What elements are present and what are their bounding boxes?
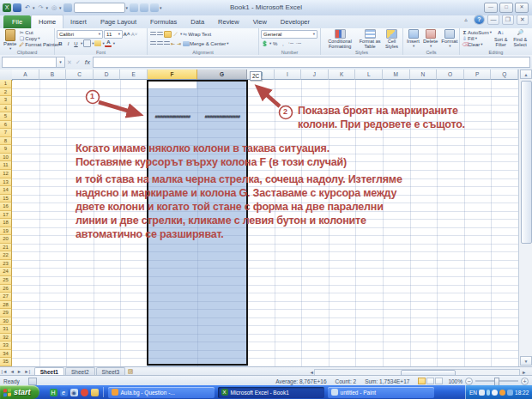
column-header-P[interactable]: P [464, 70, 492, 80]
percent-style-icon[interactable]: % [272, 40, 279, 47]
fill-button[interactable]: ⇩Fill ▾ [462, 35, 492, 41]
row-header-17[interactable]: 17 [0, 211, 12, 220]
column-header-N[interactable]: N [410, 70, 438, 80]
quicklaunch-icon-4[interactable] [81, 389, 88, 396]
doc-minimize-button[interactable]: — [487, 15, 499, 25]
accounting-format-icon[interactable]: 💲 [262, 40, 269, 47]
align-top-icon[interactable] [150, 32, 156, 37]
page-break-view-icon[interactable] [435, 378, 443, 384]
format-cells-button[interactable]: Format▾ [439, 29, 459, 48]
page-layout-view-icon[interactable] [426, 378, 434, 384]
restore-button[interactable]: □ [499, 3, 513, 13]
cell-styles-button[interactable]: Cell Styles [383, 29, 401, 49]
row-header-11[interactable]: 11 [0, 161, 12, 170]
quicklaunch-icon-1[interactable]: H [50, 389, 57, 396]
align-bottom-icon[interactable] [164, 31, 172, 38]
format-painter-button[interactable]: 🖉Format Painter [18, 41, 59, 47]
row-header-19[interactable]: 19 [0, 227, 12, 236]
align-left-icon[interactable] [150, 41, 156, 46]
autosum-button[interactable]: ΣAutoSum ▾ [462, 29, 492, 35]
row-header-16[interactable]: 16 [0, 203, 12, 211]
formula-input[interactable] [93, 57, 530, 68]
find-select-button[interactable]: 🔎 Find & Select [510, 29, 530, 47]
font-color-icon[interactable]: A [105, 39, 112, 47]
row-header-25[interactable]: 25 [0, 276, 12, 285]
tab-file[interactable]: File [3, 15, 31, 28]
bold-icon[interactable]: B [57, 40, 64, 47]
row-header-15[interactable]: 15 [0, 195, 12, 203]
zoom-level[interactable]: 100% [448, 378, 462, 384]
row-header-27[interactable]: 27 [0, 293, 12, 301]
row-header-35[interactable]: 35 [0, 358, 12, 366]
align-center-icon[interactable] [157, 41, 163, 46]
column-header-E[interactable]: E [120, 70, 148, 80]
row-header-20[interactable]: 20 [0, 235, 12, 244]
sort-filter-button[interactable]: A↓ Sort & Filter [492, 29, 510, 47]
row-header-23[interactable]: 23 [0, 260, 12, 269]
tray-icon-1[interactable] [487, 390, 490, 396]
row-header-8[interactable]: 8 [0, 137, 12, 146]
tray-icon-2[interactable] [499, 390, 505, 396]
taskbar-button-1[interactable]: Aula.bg - Question -... [108, 387, 215, 398]
column-header-C[interactable]: C [66, 70, 94, 80]
decrease-indent-icon[interactable]: ⇤ [171, 40, 176, 47]
insert-function-icon[interactable]: fx [85, 58, 90, 66]
column-header-M[interactable]: M [383, 70, 410, 80]
doc-restore-button[interactable]: ❐ [502, 15, 514, 25]
language-indicator[interactable]: EN [469, 390, 477, 396]
tab-review[interactable]: Review [211, 15, 246, 28]
row-header-33[interactable]: 33 [0, 342, 12, 350]
tab-view[interactable]: View [246, 15, 274, 28]
row-header-1[interactable]: 1 [0, 80, 12, 88]
hscroll-right-icon[interactable]: ► [522, 370, 526, 375]
insert-worksheet-icon[interactable]: ▨ [128, 368, 134, 375]
close-button[interactable]: ✕ [515, 3, 529, 13]
tab-page-layout[interactable]: Page Layout [94, 15, 143, 28]
row-header-18[interactable]: 18 [0, 219, 12, 227]
row-header-14[interactable]: 14 [0, 186, 12, 195]
conditional-formatting-button[interactable]: Conditional Formatting [323, 29, 357, 49]
tab-data[interactable]: Data [184, 15, 211, 28]
last-sheet-icon[interactable]: ►| [24, 369, 30, 374]
taskbar-button-2[interactable]: XMicrosoft Excel - Book1 [218, 387, 324, 398]
name-box[interactable] [2, 57, 57, 68]
font-size-combo[interactable]: 11▾ [104, 30, 123, 39]
decrease-decimal-icon[interactable]: ⁻⁰⁰ [295, 40, 302, 47]
row-header-28[interactable]: 28 [0, 301, 12, 310]
row-header-31[interactable]: 31 [0, 325, 12, 334]
paste-button[interactable]: Paste▾ [2, 29, 18, 51]
vscroll-up-icon[interactable]: ▲ [520, 70, 532, 79]
number-format-combo[interactable]: General▾ [261, 30, 317, 39]
hscroll-left-icon[interactable]: ◄ [310, 370, 314, 375]
align-middle-icon[interactable] [157, 32, 163, 37]
vscroll-down-icon[interactable]: ▼ [520, 356, 532, 366]
merge-center-button[interactable]: Merge & Center [190, 41, 226, 46]
keyboard-tray-icon[interactable] [479, 390, 485, 396]
column-header-I[interactable]: I [275, 70, 302, 80]
tab-insert[interactable]: Insert [63, 15, 94, 28]
row-header-29[interactable]: 29 [0, 309, 12, 317]
column-header-B[interactable]: B [39, 70, 67, 80]
network-tray-icon[interactable] [507, 390, 513, 396]
first-sheet-icon[interactable]: |◄ [2, 369, 8, 374]
column-header-F[interactable]: F [148, 70, 197, 80]
zoom-slider[interactable] [475, 380, 518, 382]
column-header-O[interactable]: O [437, 70, 464, 80]
fill-color-icon[interactable] [94, 40, 101, 46]
vscroll-thumb[interactable] [521, 81, 532, 244]
format-as-table-button[interactable]: Format as Table [357, 29, 383, 49]
folder-icon[interactable] [91, 389, 99, 396]
column-header-Q[interactable]: Q [491, 70, 518, 80]
row-header-32[interactable]: 32 [0, 334, 12, 342]
normal-view-icon[interactable] [418, 378, 426, 384]
vertical-scrollbar[interactable]: ▲▼ [518, 70, 532, 366]
delete-cells-button[interactable]: Delete▾ [421, 29, 439, 48]
row-header-22[interactable]: 22 [0, 251, 12, 260]
taskbar-button-3[interactable]: untitled - Paint [328, 387, 434, 398]
column-header-G[interactable]: G [197, 70, 247, 80]
clear-button[interactable]: ⌫Clear ▾ [462, 41, 492, 47]
row-header-13[interactable]: 13 [0, 178, 12, 187]
row-header-2[interactable]: 2 [0, 88, 12, 97]
cut-button[interactable]: ✂Cut [18, 29, 59, 35]
italic-icon[interactable]: I [65, 40, 72, 47]
